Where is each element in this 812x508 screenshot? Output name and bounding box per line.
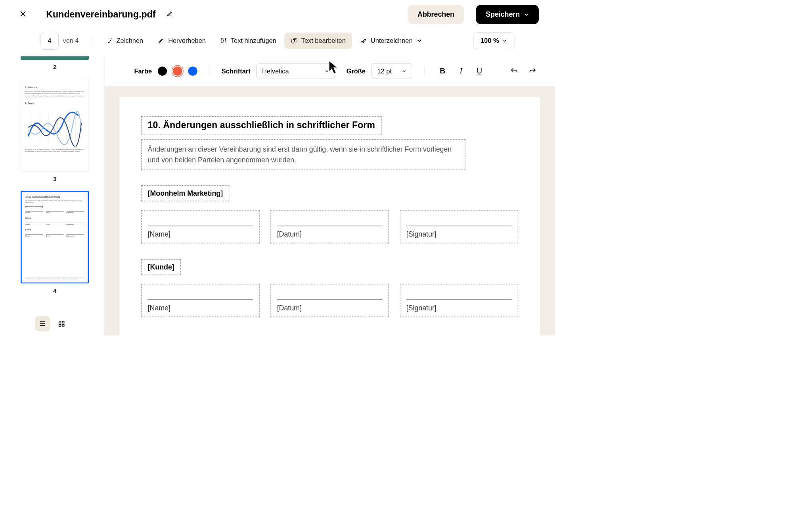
edit-text-icon [291, 37, 298, 44]
view-grid-button[interactable] [54, 316, 69, 331]
highlighter-icon [158, 37, 165, 44]
font-select[interactable]: Helvetica [257, 63, 335, 79]
list-icon [39, 320, 46, 327]
svg-rect-9 [62, 321, 64, 323]
color-orange[interactable] [173, 66, 182, 75]
bold-button[interactable]: B [436, 65, 448, 77]
text-block-title[interactable]: 10. Änderungen ausschließlich in schrift… [141, 116, 381, 135]
pencil-icon [106, 37, 113, 44]
svg-rect-10 [59, 324, 61, 326]
size-label: Größe [347, 67, 366, 75]
filename: Kundenvereinbarung.pdf [46, 9, 155, 20]
thumb-3-number: 3 [16, 175, 93, 183]
add-text-icon [220, 37, 228, 44]
grid-icon [58, 320, 65, 327]
tool-edit-text[interactable]: Text bearbeiten [284, 33, 352, 49]
chevron-down-icon [324, 69, 329, 73]
chart-thumbnail-icon [25, 108, 84, 146]
thumbnail-page-3[interactable]: 8. Statistics Statistics is the study an… [21, 79, 89, 172]
color-blue[interactable] [188, 66, 197, 75]
tool-highlight[interactable]: Hervorheben [151, 33, 213, 49]
undo-icon [510, 67, 519, 75]
close-icon[interactable] [16, 7, 30, 22]
redo-button[interactable] [527, 65, 539, 77]
format-toolbar: Farbe Schriftart Helvetica Größe 12 pt B… [104, 56, 555, 87]
thumb-4-number: 4 [16, 287, 93, 294]
color-label: Farbe [134, 67, 152, 75]
tool-sign[interactable]: Unterzeichnen [354, 33, 429, 49]
cancel-button[interactable]: Abbrechen [408, 5, 464, 24]
text-block-body[interactable]: Änderungen an dieser Vereinbarung sind e… [141, 139, 465, 170]
sig-signature-2[interactable]: [Signatur] [400, 284, 518, 317]
text-block-party1[interactable]: [Moonhelm Marketing] [141, 185, 229, 201]
chevron-down-icon [416, 37, 423, 44]
thumbnail-page-4[interactable]: 10. No Modifications Unless in Writing N… [21, 191, 89, 284]
chevron-down-icon [524, 12, 529, 17]
font-label: Schriftart [222, 67, 251, 75]
tool-add-text[interactable]: Text hinzufügen [214, 33, 283, 49]
italic-button[interactable]: I [455, 65, 467, 77]
zoom-dropdown[interactable]: 100 % [473, 32, 515, 49]
thumbnail-page-2[interactable] [21, 56, 89, 60]
view-list-button[interactable] [35, 316, 50, 331]
sign-icon [360, 37, 368, 44]
chevron-down-icon [402, 69, 406, 73]
redo-icon [529, 67, 537, 75]
svg-rect-11 [62, 324, 64, 326]
document-page: 10. Änderungen ausschließlich in schrift… [119, 97, 540, 336]
underline-button[interactable]: U [473, 65, 485, 77]
sig-date-1[interactable]: [Datum] [270, 210, 389, 243]
svg-rect-8 [59, 321, 61, 323]
tool-draw[interactable]: Zeichnen [100, 33, 149, 49]
page-thumbnails-sidebar: 2 8. Statistics Statistics is the study … [0, 56, 104, 336]
save-button[interactable]: Speichern [476, 5, 539, 24]
text-block-party2[interactable]: [Kunde] [141, 259, 181, 275]
sig-date-2[interactable]: [Datum] [270, 284, 389, 317]
thumb-2-number: 2 [16, 64, 93, 71]
undo-button[interactable] [508, 65, 520, 77]
chevron-down-icon [502, 38, 507, 43]
rename-icon[interactable] [167, 10, 173, 19]
page-count-label: von 4 [63, 37, 79, 44]
sig-name-1[interactable]: [Name] [141, 210, 260, 243]
sig-signature-1[interactable]: [Signatur] [400, 210, 518, 243]
save-button-label: Speichern [486, 10, 520, 19]
color-black[interactable] [158, 66, 167, 75]
sig-name-2[interactable]: [Name] [141, 284, 260, 317]
size-select[interactable]: 12 pt [372, 63, 412, 79]
page-number-input[interactable] [41, 32, 59, 50]
